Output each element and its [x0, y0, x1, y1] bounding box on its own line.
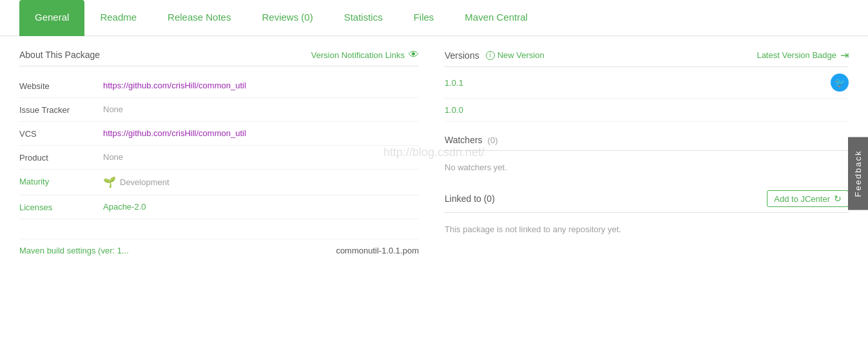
tab-general[interactable]: General: [19, 0, 84, 36]
info-icon: i: [486, 51, 495, 60]
vcs-label: VCS: [19, 128, 90, 139]
website-label: Website: [19, 81, 90, 91]
maven-label[interactable]: Maven build settings (ver: 1...: [19, 246, 129, 255]
download-icon: ⇥: [840, 49, 849, 61]
linked-title: Linked to (0): [445, 193, 495, 204]
watchers-title: Watchers: [445, 135, 483, 145]
left-panel: About This Package Version Notification …: [19, 49, 419, 255]
version-notification-label: Version Notification Links: [311, 50, 405, 60]
tab-release-notes[interactable]: Release Notes: [152, 0, 246, 36]
twitter-button-101[interactable]: 🐦: [831, 74, 849, 92]
maturity-value: 🌱 Development: [103, 176, 169, 188]
linked-section: Linked to (0) Add to JCenter ↻ This pack…: [445, 190, 849, 239]
maturity-row: Maturity 🌱 Development: [19, 170, 419, 195]
licenses-value[interactable]: Apache-2.0: [103, 202, 146, 212]
feedback-tab-container: Feedback: [848, 137, 868, 210]
nav-tabs: General Readme Release Notes Reviews (0)…: [0, 0, 868, 36]
version-row-101: 1.0.1 🐦: [445, 67, 849, 99]
product-row: Product None: [19, 146, 419, 170]
refresh-icon: ↻: [834, 193, 842, 204]
eye-icon: 👁: [409, 49, 419, 61]
not-linked-text: This package is not linked to any reposi…: [445, 219, 849, 239]
website-value[interactable]: https://github.com/crisHill/common_util: [103, 81, 246, 90]
vcs-value[interactable]: https://github.com/crisHill/common_util: [103, 128, 246, 138]
latest-badge-label: Latest Version Badge: [757, 50, 836, 60]
main-content: http://blog.csdn.net/ About This Package…: [0, 36, 868, 268]
tab-reviews[interactable]: Reviews (0): [246, 0, 328, 36]
right-panel: Versions i New Version Latest Version Ba…: [445, 49, 849, 255]
versions-header: Versions i New Version Latest Version Ba…: [445, 49, 849, 67]
latest-version-badge-link[interactable]: Latest Version Badge ⇥: [757, 49, 849, 61]
watchers-header: Watchers (0): [445, 135, 849, 151]
website-row: Website https://github.com/crisHill/comm…: [19, 74, 419, 98]
version-101[interactable]: 1.0.1: [445, 78, 463, 88]
vcs-row: VCS https://github.com/crisHill/common_u…: [19, 122, 419, 146]
watchers-section: Watchers (0) No watchers yet.: [445, 135, 849, 177]
issue-tracker-value: None: [103, 104, 123, 114]
maven-bar: Maven build settings (ver: 1... commonut…: [19, 239, 419, 255]
twitter-icon: 🐦: [834, 77, 845, 88]
watchers-count: (0): [488, 135, 498, 145]
about-section-header: About This Package Version Notification …: [19, 49, 419, 66]
plant-icon: 🌱: [103, 176, 116, 188]
version-row-100: 1.0.0: [445, 99, 849, 122]
licenses-label: Licenses: [19, 202, 90, 212]
feedback-tab[interactable]: Feedback: [848, 137, 868, 210]
tab-statistics[interactable]: Statistics: [329, 0, 398, 36]
new-version-label: New Version: [497, 50, 545, 60]
maven-file: commonutil-1.0.1.pom: [336, 246, 419, 255]
versions-title-group: Versions i New Version: [445, 50, 545, 61]
licenses-row: Licenses Apache-2.0: [19, 195, 419, 219]
tab-readme[interactable]: Readme: [84, 0, 152, 36]
about-title: About This Package: [19, 50, 100, 60]
issue-tracker-row: Issue Tracker None: [19, 98, 419, 122]
product-label: Product: [19, 152, 90, 163]
add-jcenter-label: Add to JCenter: [774, 194, 830, 204]
add-jcenter-button[interactable]: Add to JCenter ↻: [767, 190, 849, 207]
no-watchers-text: No watchers yet.: [445, 157, 849, 177]
versions-title: Versions: [445, 50, 479, 61]
new-version-link[interactable]: i New Version: [486, 50, 545, 60]
version-notification-link[interactable]: Version Notification Links 👁: [311, 49, 419, 61]
version-100[interactable]: 1.0.0: [445, 105, 463, 115]
linked-header: Linked to (0) Add to JCenter ↻: [445, 190, 849, 213]
product-value: None: [103, 152, 123, 162]
maturity-label: Maturity: [19, 176, 90, 186]
issue-tracker-label: Issue Tracker: [19, 104, 90, 115]
tab-maven-central[interactable]: Maven Central: [449, 0, 543, 36]
tab-files[interactable]: Files: [398, 0, 450, 36]
